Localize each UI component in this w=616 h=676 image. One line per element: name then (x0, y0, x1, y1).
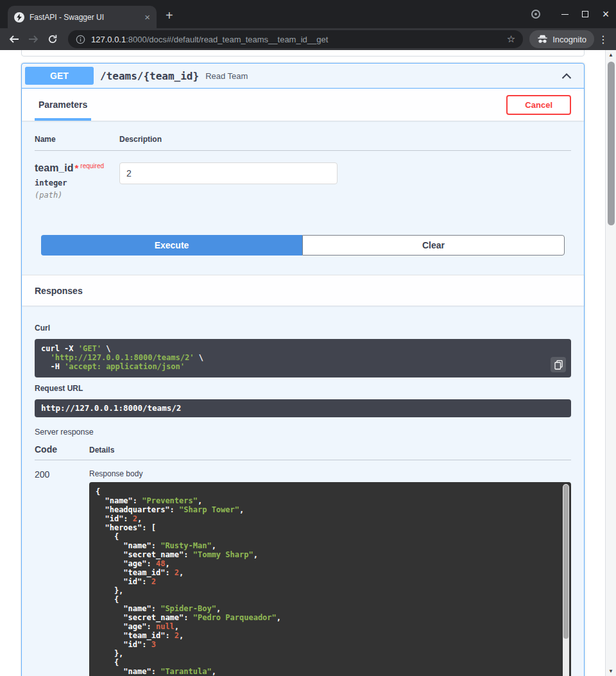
reload-button-icon[interactable] (44, 30, 62, 48)
responses-title: Responses (35, 286, 83, 296)
clear-button[interactable]: Clear (302, 235, 565, 256)
parameter-location: (path) (35, 191, 119, 200)
parameter-name: team_id (35, 162, 73, 173)
server-response-label: Server response (35, 428, 571, 437)
execute-row: Execute Clear (41, 235, 565, 256)
responses-header: Responses (22, 275, 584, 306)
incognito-icon (537, 35, 548, 44)
status-code: 200 (35, 469, 89, 676)
details-column-header: Details (89, 446, 114, 455)
window-close-button[interactable]: × (595, 0, 616, 28)
window-controls: × (531, 0, 616, 28)
opblock-get-teams: GET /teams/{team_id} Read Team Parameter… (21, 63, 585, 676)
url-bar[interactable]: 127.0.0.1:8000/docs#/default/read_team_t… (68, 30, 523, 48)
parameter-type: integer (35, 178, 119, 187)
column-description-header: Description (119, 135, 162, 144)
url-text: 127.0.0.1:8000/docs#/default/read_team_t… (91, 35, 501, 44)
browser-toolbar: 127.0.0.1:8000/docs#/default/read_team_t… (0, 28, 616, 50)
request-url-label: Request URL (35, 384, 571, 393)
page-scrollbar-thumb[interactable] (608, 62, 615, 225)
column-name-header: Name (35, 135, 119, 144)
scroll-down-arrow-icon[interactable]: ▼ (606, 666, 616, 676)
incognito-badge: Incognito (529, 30, 594, 48)
site-info-icon[interactable] (76, 35, 85, 44)
page-scrollbar[interactable]: ▲ ▼ (605, 50, 616, 676)
response-scrollbar-thumb[interactable] (563, 485, 569, 639)
parameters-header: Parameters Cancel (22, 89, 584, 121)
browser-menu-icon[interactable]: ⋮ (595, 33, 611, 46)
execute-button[interactable]: Execute (41, 235, 302, 256)
curl-label: Curl (35, 324, 571, 333)
opblock-summary[interactable]: GET /teams/{team_id} Read Team (22, 64, 584, 89)
forward-button-icon[interactable] (24, 30, 42, 48)
swagger-content: GET /teams/{team_id} Read Team Parameter… (0, 50, 605, 676)
parameter-row: team_id*required integer (path) (35, 151, 571, 200)
bookmark-star-icon[interactable]: ☆ (507, 33, 515, 45)
request-url-block: http://127.0.0.1:8000/teams/2 (35, 399, 571, 417)
page: GET /teams/{team_id} Read Team Parameter… (0, 50, 616, 676)
response-row: 200 Response body { "name": "Preventers"… (35, 460, 571, 676)
team-id-input[interactable] (119, 162, 338, 184)
tab-parameters[interactable]: Parameters (35, 89, 91, 121)
tab-close-icon[interactable]: × (144, 12, 150, 22)
tab-title: FastAPI - Swagger UI (30, 13, 139, 22)
response-body-block[interactable]: { "name": "Preventers", "headquarters": … (89, 482, 571, 676)
incognito-label: Incognito (552, 35, 586, 44)
curl-command-block: curl -X 'GET' \ 'http://127.0.0.1:8000/t… (35, 339, 571, 377)
parameter-meta: team_id*required integer (path) (35, 162, 119, 200)
method-badge: GET (25, 67, 94, 85)
required-label: required (80, 162, 104, 169)
copy-button[interactable] (551, 357, 566, 372)
code-column-header: Code (35, 444, 89, 455)
parameters-body: Name Description team_id*required intege… (22, 121, 584, 275)
fastapi-favicon-icon (14, 12, 24, 22)
back-button-icon[interactable] (5, 30, 23, 48)
collapse-chevron-icon[interactable] (561, 73, 572, 79)
new-tab-button[interactable]: + (166, 8, 173, 23)
parameters-table-head: Name Description (35, 121, 571, 151)
endpoint-path: /teams/{team_id} (100, 70, 199, 82)
response-scrollbar[interactable] (563, 484, 569, 676)
window-maximize-button[interactable] (575, 0, 595, 28)
response-body-label: Response body (89, 469, 571, 478)
cancel-button[interactable]: Cancel (506, 95, 571, 115)
responses-body: Curl curl -X 'GET' \ 'http://127.0.0.1:8… (22, 306, 584, 676)
scroll-up-arrow-icon[interactable]: ▲ (606, 50, 616, 60)
response-details: Response body { "name": "Preventers", "h… (89, 469, 571, 676)
window-minimize-button[interactable] (554, 0, 575, 28)
response-table-head: Code Details (35, 444, 571, 460)
browser-titlebar: FastAPI - Swagger UI × + × (0, 0, 616, 28)
previous-section-edge (21, 50, 585, 56)
browser-update-icon[interactable] (531, 10, 540, 19)
parameter-value-cell (119, 162, 338, 200)
endpoint-summary: Read Team (205, 71, 248, 81)
required-star: * (74, 162, 78, 173)
browser-tab[interactable]: FastAPI - Swagger UI × (8, 6, 157, 28)
